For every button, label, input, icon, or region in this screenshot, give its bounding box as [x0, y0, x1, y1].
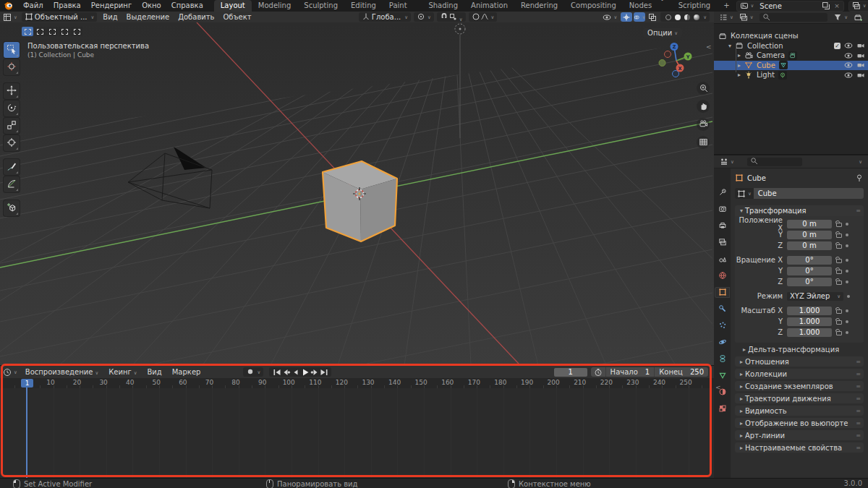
scale-z-field[interactable]: 1.000	[787, 328, 832, 337]
toggle-perspective-button[interactable]	[697, 136, 710, 149]
toggle-camera-visibility[interactable]	[856, 51, 865, 60]
rotation-mode-dropdown[interactable]: XYZ Эйлер	[787, 292, 843, 301]
blender-logo-icon[interactable]	[4, 1, 14, 11]
properties-editor-type-icon[interactable]	[717, 158, 737, 166]
rotation-y-field[interactable]: 0°	[787, 267, 832, 275]
workspace-tab-Compositing[interactable]: Compositing	[564, 0, 623, 12]
menu-Рендеринг[interactable]: Рендеринг	[86, 0, 137, 12]
outliner-filter-id-icon[interactable]	[736, 13, 757, 22]
workspace-tab-UV Editing[interactable]: UV Editing	[344, 0, 383, 12]
menu-Правка[interactable]: Правка	[48, 0, 86, 12]
properties-tab-scene[interactable]	[715, 254, 730, 265]
scene-selector[interactable]: Scene	[736, 1, 844, 12]
toggle-camera-visibility[interactable]	[856, 41, 865, 50]
tool-cursor[interactable]	[4, 59, 20, 75]
properties-tab-constraints[interactable]	[715, 354, 730, 364]
show-overlays-toggle[interactable]	[634, 12, 645, 22]
lock-icon[interactable]	[835, 329, 842, 336]
show-gizmo-toggle[interactable]	[621, 12, 632, 22]
outliner-row-collection[interactable]: Collection	[714, 41, 868, 51]
workspace-tab-Layout[interactable]: Layout	[214, 0, 252, 12]
rotation-x-field[interactable]: 0°	[787, 256, 832, 265]
transform-panel-header[interactable]: Трансформация	[735, 205, 864, 216]
rotation-z-field[interactable]: 0°	[787, 278, 832, 286]
pin-icon[interactable]	[855, 174, 864, 184]
navigation-gizmo[interactable]: Z Y X	[658, 40, 698, 81]
viewport-menu-Добавить[interactable]: Добавить	[174, 13, 218, 21]
outliner-display-mode-icon[interactable]	[716, 13, 736, 22]
toggle-eye[interactable]	[844, 41, 853, 50]
lock-icon[interactable]	[835, 257, 842, 264]
timeline-menu-Воспроизведение[interactable]: Воспроизведение	[20, 368, 103, 376]
section-Видимость[interactable]: Видимость	[735, 406, 864, 416]
animate-dot-icon[interactable]	[847, 295, 850, 298]
tool-add-cube[interactable]	[4, 200, 20, 216]
tool-rotate[interactable]	[4, 100, 20, 116]
location-y-field[interactable]: 0 m	[787, 231, 832, 239]
outliner-row-camera[interactable]: Camera	[714, 51, 868, 61]
browse-scene-icon[interactable]	[739, 1, 756, 10]
section-Арт-линии[interactable]: Арт-линии	[735, 430, 864, 440]
jump-to-start-button[interactable]	[272, 368, 281, 377]
snap-magnet-icon[interactable]	[440, 12, 448, 22]
toggle-eye[interactable]	[844, 51, 853, 60]
xray-toggle[interactable]	[647, 12, 658, 22]
workspace-tab-Texture Paint[interactable]: Texture Paint	[383, 0, 422, 12]
viewport-menu-Выделение[interactable]: Выделение	[122, 13, 174, 21]
shading-material-icon[interactable]	[684, 14, 690, 20]
scale-x-field[interactable]: 1.000	[787, 307, 832, 315]
outliner-filter-icon[interactable]	[830, 13, 851, 22]
animate-dot-icon[interactable]	[846, 281, 848, 283]
toggle-camera-visibility[interactable]	[856, 61, 865, 69]
properties-tab-output[interactable]	[715, 221, 730, 231]
workspace-tab-Geometry Nodes[interactable]: Geometry Nodes	[623, 0, 672, 12]
lock-icon[interactable]	[835, 318, 842, 325]
location-z-field[interactable]: 0 m	[787, 241, 832, 250]
location-x-field[interactable]: 0 m	[787, 220, 832, 228]
disclosure-icon[interactable]	[736, 62, 743, 69]
lock-icon[interactable]	[835, 231, 842, 239]
timeline-menu-Кеинг[interactable]: Кеинг	[103, 368, 142, 376]
jump-to-end-button[interactable]	[319, 368, 328, 377]
unlink-scene-icon[interactable]	[832, 2, 842, 9]
select-mode-button-3[interactable]	[46, 27, 58, 36]
tool-select-box[interactable]	[4, 42, 20, 58]
lock-icon[interactable]	[835, 307, 842, 314]
transform-orientation-dropdown[interactable]: Глоба...	[359, 12, 411, 22]
play-button[interactable]	[300, 368, 310, 377]
animate-dot-icon[interactable]	[846, 223, 848, 226]
prev-keyframe-button[interactable]	[281, 368, 291, 377]
zoom-view-button[interactable]	[697, 82, 710, 95]
tool-annotate[interactable]	[4, 159, 20, 175]
next-keyframe-button[interactable]	[310, 368, 319, 377]
menu-Окно[interactable]: Окно	[137, 0, 166, 12]
animate-dot-icon[interactable]	[846, 244, 848, 247]
viewlayer-selector[interactable]: ViewLayer	[848, 1, 868, 12]
animate-dot-icon[interactable]	[846, 331, 848, 334]
animate-dot-icon[interactable]	[846, 259, 848, 262]
playhead[interactable]	[26, 388, 27, 479]
pivot-point-dropdown[interactable]	[414, 12, 434, 22]
prev-frame-button[interactable]	[291, 368, 300, 377]
gizmo-neg-x[interactable]	[665, 51, 671, 58]
properties-tab-render[interactable]	[715, 204, 730, 215]
toggle-eye[interactable]	[844, 61, 853, 69]
animate-dot-icon[interactable]	[846, 309, 848, 312]
viewport-menu-Вид[interactable]: Вид	[98, 13, 122, 21]
section-Создание экземпляров[interactable]: Создание экземпляров	[735, 381, 864, 391]
delta-transform-section[interactable]: Дельта-трансформация	[735, 344, 864, 354]
mode-selector-dropdown[interactable]: Объектный ...	[22, 12, 98, 22]
properties-tab-view-layer[interactable]	[715, 237, 730, 248]
current-frame-marker[interactable]: 1	[21, 379, 33, 388]
properties-search-input[interactable]	[747, 158, 802, 166]
toggle-eye[interactable]	[844, 71, 853, 80]
timeline-ruler[interactable]: 1 10203040506070809010011012013014015016…	[0, 378, 714, 389]
workspace-tab-Animation[interactable]: Animation	[464, 0, 514, 12]
workspace-tab-Modeling[interactable]: Modeling	[252, 0, 298, 12]
sidebar-toggle-icon[interactable]: <	[706, 43, 712, 51]
section-Настраиваемые свойства[interactable]: Настраиваемые свойства	[735, 442, 864, 453]
section-Отображение во вьюпорте[interactable]: Отображение во вьюпорте	[735, 418, 864, 428]
frame-start-field[interactable]: Начало 1	[605, 367, 655, 377]
section-Коллекции[interactable]: Коллекции	[735, 369, 864, 379]
object-id-icon[interactable]	[735, 188, 754, 199]
